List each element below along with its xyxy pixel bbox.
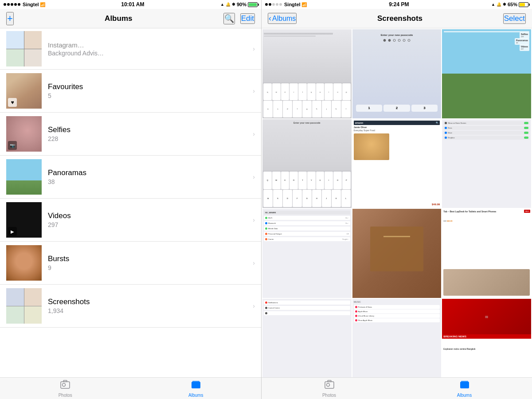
tab-photos-right[interactable]: Photos [262,379,397,398]
right-panel: Singtel 📶 9:24 PM ▲ 🔔 ✱ 65% ‹ Albums Scr… [262,0,532,399]
albums-tab-icon [191,379,201,392]
breaking-news-text: Explosion rocks central Bangkok [443,348,530,351]
bluetooth-icon: ✱ [232,2,235,7]
screenshot-item-11[interactable]: MUSIC Podcasts & News Apple Music iCloud… [352,299,442,377]
album-thumb-panoramas [6,159,42,195]
partial-album-item[interactable]: Instagram… Background Advis… › [0,28,261,70]
album-count-bursts: 9 [48,264,253,271]
right-location-icon: ▲ [491,2,495,7]
tab-albums-left[interactable]: Albums [131,379,262,398]
right-albums-tab-icon [459,379,470,392]
screenshot-item-5[interactable]: amazon 🔍 Jamie Oliver Everyday Super Foo… [352,119,442,208]
right-alarm-icon: 🔔 [497,2,501,7]
partial-chevron-icon: › [253,45,255,52]
album-name-panoramas: Panoramas [48,168,253,177]
left-battery-pct: 90% [237,2,246,7]
svg-point-1 [63,383,66,386]
album-count-screenshots: 1,934 [48,307,253,314]
album-count-favourites: 5 [48,92,253,99]
partial-album-thumb [6,31,42,66]
right-status-bar: Singtel 📶 9:24 PM ▲ 🔔 ✱ 65% [262,0,532,9]
screenshot-item-6[interactable]: Show on Home Screen Docs Drive [442,119,531,208]
tab-albums-right[interactable]: Albums [397,379,532,398]
screenshot-item-2[interactable]: Enter your new passcode 1 2 3 [352,29,442,118]
left-status-right: ▲ 🔔 ✱ 90% [220,2,258,7]
right-battery-pct: 65% [508,2,517,7]
edit-button[interactable]: Edit [240,13,255,24]
screenshot-item-4[interactable]: Enter your new passcode Q W E R T Y U I … [262,119,352,208]
chevron-bursts-icon: › [253,259,255,266]
left-navbar: + Albums 🔍 Edit [0,9,261,28]
partial-album-count: Background Advis… [48,50,253,57]
search-button[interactable]: 🔍 [223,13,235,24]
album-thumb-selfies: 📷 [6,116,42,152]
edit-label: Edit [241,14,254,23]
album-item-selfies[interactable]: 📷 Selfies 228 › [0,113,261,156]
right-time: 9:24 PM [389,1,409,8]
back-label: Albums [272,15,296,23]
right-albums-tab-label: Albums [457,393,472,398]
albums-tab-label: Albums [188,393,203,398]
location-icon: ▲ [220,2,224,7]
right-carrier: Singtel [284,2,301,7]
right-bluetooth-icon: ✱ [503,2,506,7]
back-button[interactable]: ‹ Albums [268,13,297,24]
chevron-screenshots-icon: › [253,302,255,309]
screenshot-item-1[interactable]: q w e r t y u i o p a [262,29,352,118]
settings-rows: Show on Home Screen Docs Drive [442,119,531,208]
right-photos-tab-label: Photos [322,393,336,398]
photos-tab-icon [60,379,70,392]
album-count-selfies: 228 [48,135,253,142]
album-thumb-favourites: ♥ [6,73,42,109]
heart-icon: ♥ [8,98,17,107]
search-icon: 🔍 [224,14,234,23]
tab-photos-left[interactable]: Photos [0,379,131,398]
album-name-bursts: Bursts [48,254,253,263]
breaking-news-badge: BREAKING NEWS [442,334,531,339]
album-item-panoramas[interactable]: Panoramas 38 › [0,156,261,199]
right-signal-bars [265,3,282,6]
right-wifi-icon: 📶 [301,2,307,7]
left-page-title: Albums [105,14,132,23]
right-navbar: ‹ Albums Screenshots Select [262,9,532,28]
svg-rect-2 [63,380,67,382]
svg-rect-3 [192,382,200,388]
album-thumb-videos: ▶ [6,202,42,238]
screenshot-item-9[interactable]: Tab – Best LapDesk for Tablets and Smart… [442,209,531,298]
left-wifi-icon: 📶 [40,2,45,7]
album-item-videos[interactable]: ▶ Videos 297 › [0,199,261,242]
album-name-videos: Videos [48,211,253,220]
album-thumb-bursts [6,245,42,281]
album-count-panoramas: 38 [48,178,253,185]
svg-rect-9 [461,381,468,383]
screenshot-item-3[interactable]: Selfies 228 Panoramas 38 Videos 297 [442,29,531,118]
alarm-icon: 🔔 [226,2,231,7]
album-name-favourites: Favourites [48,82,253,91]
screenshot-item-8[interactable] [352,209,442,298]
album-name-selfies: Selfies [48,125,253,134]
svg-rect-4 [192,381,200,383]
screenshot-item-12[interactable]: 📰 BREAKING NEWS Explosion rocks central … [442,299,531,377]
screenshots-grid-container[interactable]: q w e r t y u i o p a [262,28,532,377]
screenshot-item-10[interactable]: Notifications Control Centre [262,299,352,377]
screenshot-item-7[interactable]: SD_JAYAIRE Wi-Fi On › Bluetooth On › [262,209,352,298]
back-chevron-icon: ‹ [269,14,271,23]
left-carrier: Singtel [23,2,39,7]
signal-bars [4,3,20,6]
left-time: 10:01 AM [121,1,144,8]
left-battery-icon [248,2,258,7]
right-tab-bar: Photos Albums [262,377,532,399]
chevron-panoramas-icon: › [253,173,255,180]
add-album-button[interactable]: + [6,12,14,25]
right-photos-tab-icon [324,379,335,392]
chevron-selfies-icon: › [253,130,255,137]
right-battery-icon [519,2,528,7]
settings-rows-3: Notifications Control Centre [262,299,352,377]
svg-rect-7 [328,380,331,382]
album-item-screenshots[interactable]: Screenshots 1,934 › [0,285,261,328]
plus-icon: + [7,13,13,24]
album-item-bursts[interactable]: Bursts 9 › [0,242,261,285]
select-button[interactable]: Select [503,13,526,24]
album-item-favourites[interactable]: ♥ Favourites 5 › [0,70,261,113]
album-list: ♥ Favourites 5 › 📷 Selfies 228 › [0,70,261,377]
